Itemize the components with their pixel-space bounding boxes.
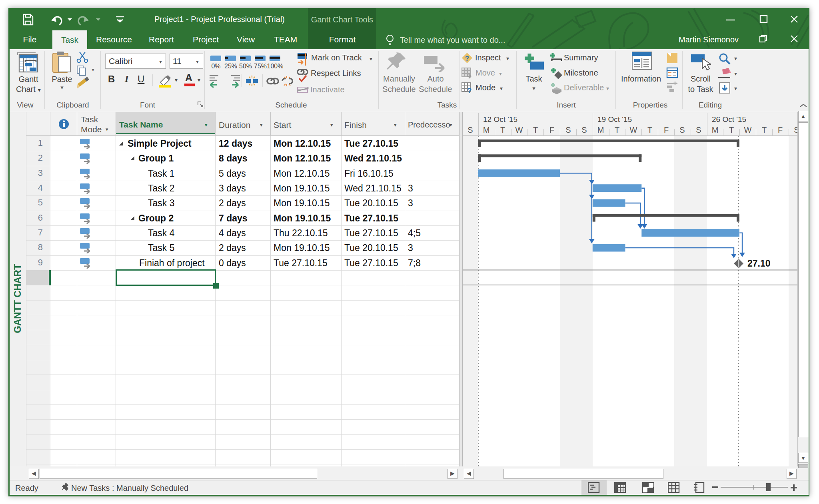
svg-text:?: ? <box>467 87 472 94</box>
svg-text:?: ? <box>465 55 469 62</box>
